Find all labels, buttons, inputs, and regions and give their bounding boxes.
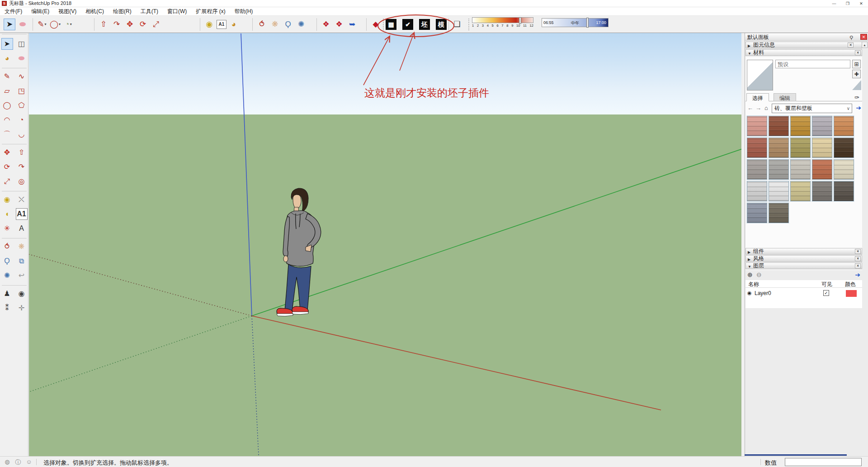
menu-item[interactable]: 文件(F)	[0, 7, 27, 16]
material-swatch-blue-gray-stone[interactable]	[747, 203, 767, 223]
eyedropper-icon[interactable]: ✑	[854, 94, 859, 101]
home-icon[interactable]: ⌂	[764, 105, 768, 111]
pie-tool[interactable]: ◔	[16, 114, 28, 126]
protractor-tool[interactable]: ◖	[1, 208, 13, 220]
dropdown-caret-icon[interactable]: ∨	[847, 104, 850, 113]
eraser-tool[interactable]: ⬬	[16, 52, 28, 64]
active-layer-radio[interactable]: ◉	[747, 290, 752, 296]
dropdown-caret-icon[interactable]: ▾	[70, 19, 72, 30]
material-swatch-dark-gray-brick[interactable]	[834, 181, 854, 201]
menu-item[interactable]: 绘图(R)	[108, 7, 136, 16]
text-tool[interactable]: A1	[16, 208, 28, 220]
line-tool[interactable]: ✎	[1, 71, 13, 82]
section-close-icon[interactable]: ✕	[855, 249, 861, 254]
tab-select[interactable]: 选择	[746, 93, 769, 101]
shadow-date-slider[interactable]: 123456789101112	[472, 17, 533, 30]
extension-warehouse-icon[interactable]: ◆	[370, 19, 382, 30]
make-component-tool[interactable]: ◫	[16, 38, 28, 50]
pizi-eraser-icon[interactable]: ❑	[451, 19, 463, 30]
material-swatch-yellow-stone[interactable]	[790, 181, 811, 201]
zoom-extents-tool[interactable]: ✺	[1, 270, 13, 281]
paint-bucket-tool[interactable]: ◕	[1, 52, 13, 64]
zoom-extents-tool[interactable]: ✺	[295, 19, 307, 30]
scroll-up-button[interactable]: ▲	[862, 42, 868, 48]
rotated-rectangle-tool[interactable]: ◳	[16, 85, 28, 97]
collapse-arrow-icon[interactable]: ▶	[748, 257, 750, 262]
menu-item[interactable]: 编辑(E)	[27, 7, 54, 16]
menu-item[interactable]: 工具(T)	[136, 7, 163, 16]
model-viewport[interactable]	[29, 33, 741, 456]
scale-tool[interactable]: ⤢	[1, 176, 13, 187]
move-tool[interactable]: ✥	[124, 19, 136, 30]
material-swatch-pink-basket-brick[interactable]	[747, 116, 767, 136]
material-swatch-gray-shingles[interactable]	[769, 159, 789, 180]
material-swatch-green-yellow-stone[interactable]	[790, 138, 811, 158]
details-arrow-icon[interactable]: ➔	[856, 104, 861, 111]
walk-tool[interactable]: ⁑	[1, 302, 13, 314]
line-tool[interactable]: ✎▾	[36, 19, 48, 30]
material-swatch-red-brick[interactable]	[769, 116, 789, 136]
material-preset-input[interactable]	[775, 60, 850, 68]
section-close-icon[interactable]: ✕	[855, 263, 861, 268]
section-materials[interactable]: ▼ 材料 ✕	[745, 49, 862, 56]
zoom-tool[interactable]: Ϙ	[1, 255, 13, 267]
material-category-dropdown[interactable]: 砖、覆层和壁板 ∨	[772, 104, 852, 113]
material-swatch-light-gray-blocks[interactable]	[790, 159, 811, 180]
material-swatch-cream-siding[interactable]	[834, 159, 854, 180]
menu-item[interactable]: 扩展程序 (x)	[191, 7, 230, 16]
scale-tool[interactable]: ⤢	[150, 19, 162, 30]
material-swatch-gold-rough-stone[interactable]	[790, 116, 811, 136]
tray-header[interactable]: 默认面板 ⚲ ✕	[745, 33, 868, 41]
close-button[interactable]: ✕	[854, 0, 868, 7]
maximize-button[interactable]: ❐	[841, 0, 854, 7]
material-swatch-light-gray-siding[interactable]	[747, 181, 767, 201]
shadow-date-knob[interactable]	[519, 17, 521, 24]
material-swatch-terracotta-siding[interactable]	[812, 159, 832, 180]
material-swatch-rough-red-brick[interactable]	[747, 138, 767, 158]
section-entity-info[interactable]: ▶ 图元信息 ✕	[745, 42, 862, 48]
secondary-pane-button[interactable]: ⊞	[852, 60, 861, 68]
section-close-icon[interactable]: ✕	[848, 43, 854, 48]
material-swatch-wood-planks[interactable]	[769, 203, 789, 223]
section-close-icon[interactable]: ✕	[855, 256, 861, 261]
material-swatch-dark-brown-brick[interactable]	[834, 138, 854, 158]
move-tool[interactable]: ✥	[1, 147, 13, 158]
material-swatch-gray-stone-blocks[interactable]	[812, 116, 832, 136]
dropdown-caret-icon[interactable]: ▾	[59, 19, 61, 30]
arcs-tool[interactable]: ◔▾	[62, 19, 74, 30]
arc-tool[interactable]: ◠	[1, 114, 13, 126]
shadow-date-gradient[interactable]	[472, 17, 533, 23]
zoom-window-tool[interactable]: ⧉	[16, 255, 28, 267]
turn-tool[interactable]: ✛	[16, 302, 28, 314]
add-layer-icon[interactable]: ⊕	[747, 271, 753, 278]
pizi-mo-button[interactable]: 模	[436, 19, 447, 30]
orbit-tool[interactable]: ⥀	[1, 241, 13, 253]
tape-measure-tool[interactable]: ◉	[203, 19, 215, 30]
paint-bucket-tool[interactable]: ◕	[228, 19, 240, 30]
follow-me-tool[interactable]: ↷	[16, 161, 28, 173]
material-swatch-cream-stone-blocks[interactable]	[812, 138, 832, 158]
shapes-tool[interactable]: ◯▾	[49, 19, 61, 30]
menu-item[interactable]: 视图(V)	[54, 7, 81, 16]
pizi-grid-button[interactable]: ▦	[386, 19, 396, 30]
3d-text-tool[interactable]: A	[16, 223, 28, 234]
geolocation-icon[interactable]: ◍	[4, 458, 11, 466]
layers-details-arrow-icon[interactable]: ➔	[855, 271, 860, 278]
tab-edit[interactable]: 编辑	[774, 93, 796, 101]
position-camera-tool[interactable]: ♟	[1, 288, 13, 300]
dropdown-caret-icon[interactable]: ▾	[45, 19, 47, 30]
circle-tool[interactable]: ◯	[1, 100, 13, 111]
collapse-arrow-icon[interactable]: ▶	[748, 43, 750, 49]
rotate-tool[interactable]: ⟳	[1, 161, 13, 173]
remove-layer-icon[interactable]: ⊖	[756, 271, 762, 278]
orbit-tool[interactable]: ⥀	[256, 19, 268, 30]
credits-icon[interactable]: ⓘ	[14, 458, 22, 466]
previous-view-tool[interactable]: ↩	[16, 270, 28, 281]
expand-arrow-icon[interactable]: ▼	[748, 264, 751, 270]
shadow-time-knob[interactable]	[586, 18, 589, 28]
menu-item[interactable]: 帮助(H)	[230, 7, 258, 16]
minimize-button[interactable]: —	[827, 0, 841, 7]
pin-icon[interactable]: ⚲	[849, 34, 853, 41]
polygon-tool[interactable]: ⬠	[16, 100, 28, 111]
signin-icon[interactable]: ☺	[25, 458, 33, 466]
